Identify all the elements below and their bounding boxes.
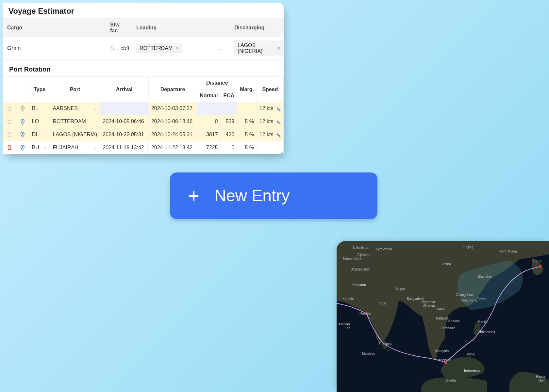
trash-icon bbox=[7, 106, 12, 111]
th-departure: Departure bbox=[148, 77, 197, 102]
port-cell[interactable]: ROTTERDAM bbox=[50, 115, 100, 128]
table-row: DILAGOS (NIGERIA)2024-10-22 05:312024-10… bbox=[3, 128, 284, 141]
map-label: Cambodia bbox=[441, 326, 456, 330]
stw-unit: cbft bbox=[121, 45, 129, 52]
loading-tag-label: ROTTERDAM bbox=[140, 45, 173, 51]
th-speed: Speed bbox=[257, 77, 283, 102]
loading-tag[interactable]: ROTTERDAM ✕ bbox=[136, 43, 182, 53]
route-map[interactable]: UzbekistanKyrgyzstanTajikistanTurkmenist… bbox=[337, 241, 549, 392]
departure-cell[interactable]: 2024-10-03 07:37 bbox=[148, 102, 197, 115]
margin-cell[interactable] bbox=[237, 102, 257, 115]
arrival-cell[interactable] bbox=[100, 102, 148, 115]
th-eca: ECA bbox=[221, 90, 237, 102]
chevron-down-icon[interactable]: ⌄ bbox=[93, 145, 97, 150]
map-label: Shanghai bbox=[478, 275, 491, 278]
margin-cell[interactable]: 5 % bbox=[237, 128, 257, 141]
wrench-icon[interactable] bbox=[275, 106, 281, 111]
departure-cell[interactable]: 2024-10-24 05:31 bbox=[148, 128, 197, 141]
map-label: Pakistan bbox=[352, 283, 366, 287]
chevron-down-icon[interactable]: ⌄ bbox=[43, 145, 47, 150]
map-label: Thailand bbox=[434, 316, 448, 320]
type-cell[interactable]: LO bbox=[29, 115, 50, 128]
locate-row-button[interactable] bbox=[16, 102, 29, 115]
map-label: Beijing bbox=[463, 245, 473, 249]
trash-icon bbox=[7, 119, 12, 124]
map-pin-icon bbox=[20, 144, 25, 150]
stw-fac-cell[interactable]: S... cbft bbox=[106, 42, 132, 55]
chevron-down-icon[interactable]: ⌄ bbox=[93, 106, 97, 111]
map-label: Tajikistan bbox=[357, 253, 370, 257]
margin-cell[interactable]: 5 % bbox=[237, 115, 257, 128]
wrench-icon[interactable] bbox=[275, 132, 281, 137]
loading-cell[interactable]: ROTTERDAM ✕ ⌄ bbox=[132, 40, 230, 57]
map-label: Mumbai bbox=[359, 312, 371, 315]
map-label: Maldives bbox=[362, 352, 375, 355]
map-label: Uzbekistan bbox=[353, 246, 369, 250]
wrench-icon[interactable] bbox=[275, 119, 281, 124]
locate-row-button[interactable] bbox=[16, 128, 29, 141]
close-icon[interactable]: ✕ bbox=[277, 46, 281, 51]
type-cell[interactable]: BL bbox=[29, 102, 50, 115]
map-label: Sri Lanka bbox=[378, 342, 392, 346]
svg-point-2 bbox=[22, 133, 24, 135]
th-normal: Normal bbox=[197, 90, 221, 102]
delete-row-button[interactable] bbox=[3, 141, 16, 154]
table-row: LOROTTERDAM2024-10-05 06:462024-10-06 18… bbox=[3, 115, 284, 128]
cargo-name[interactable]: Grain bbox=[3, 42, 106, 55]
distance-eca-cell: 539 bbox=[221, 115, 237, 128]
map-port-marker[interactable] bbox=[539, 265, 541, 268]
distance-normal-cell: 7225 bbox=[197, 141, 221, 154]
map-label: Nepal bbox=[396, 287, 405, 291]
voyage-estimator-card: Voyage Estimator Cargo Stw fac Loading D… bbox=[3, 3, 284, 154]
locate-row-button[interactable] bbox=[16, 141, 29, 154]
delete-row-button[interactable] bbox=[3, 102, 16, 115]
header-loading: Loading bbox=[132, 22, 230, 34]
cargo-row: Grain S... cbft ROTTERDAM ✕ ⌄ LAGOS (NIG… bbox=[3, 37, 284, 60]
speed-cell[interactable]: 12 kts bbox=[257, 115, 283, 128]
map-pin-icon bbox=[20, 119, 25, 124]
map-label: Guin bbox=[539, 379, 545, 382]
distance-eca-cell: 420 bbox=[221, 128, 237, 141]
arrival-cell[interactable]: 2024-11-19 13:42 bbox=[100, 141, 148, 154]
discharging-tag[interactable]: LAGOS (NIGERIA) ✕ bbox=[234, 41, 284, 56]
speed-cell[interactable]: 12 kts bbox=[257, 128, 283, 141]
type-cell[interactable]: BU⌄ bbox=[29, 141, 50, 154]
locate-row-button[interactable] bbox=[16, 115, 29, 128]
map-pin-icon bbox=[20, 106, 25, 111]
close-icon[interactable]: ✕ bbox=[175, 46, 179, 51]
new-entry-button[interactable]: + New Entry bbox=[170, 172, 377, 219]
port-rotation-title: Port Rotation bbox=[3, 60, 284, 76]
svg-point-3 bbox=[22, 146, 24, 148]
table-row: BLAARSNES⌄2024-10-03 07:3712 kts bbox=[3, 102, 284, 115]
map-label: North Korea bbox=[499, 250, 517, 253]
port-cell[interactable]: AARSNES⌄ bbox=[50, 102, 100, 115]
cargo-header-row: Cargo Stw fac Loading Discharging bbox=[3, 18, 284, 37]
stw-placeholder: S... bbox=[110, 45, 119, 52]
speed-cell[interactable] bbox=[257, 141, 283, 154]
port-cell[interactable]: FUJAIRAH⌄ bbox=[50, 141, 100, 154]
map-label: Myanmar bbox=[422, 300, 435, 304]
th-marg: Marg. bbox=[237, 77, 257, 102]
departure-cell[interactable]: 2024-10-06 18:46 bbox=[148, 115, 197, 128]
arrival-cell[interactable]: 2024-10-05 06:46 bbox=[100, 115, 148, 128]
arrival-cell[interactable]: 2024-10-22 05:31 bbox=[100, 128, 148, 141]
margin-cell[interactable]: 5 % bbox=[237, 141, 257, 154]
type-cell[interactable]: DI bbox=[29, 128, 50, 141]
header-cargo: Cargo bbox=[3, 22, 106, 34]
trash-icon bbox=[7, 132, 12, 137]
delete-row-button[interactable] bbox=[3, 115, 16, 128]
port-cell[interactable]: LAGOS (NIGERIA) bbox=[50, 128, 100, 141]
delete-row-button[interactable] bbox=[3, 128, 16, 141]
departure-cell[interactable]: 2024-11-22 13:42 bbox=[148, 141, 197, 154]
th-port: Port bbox=[50, 77, 100, 102]
port-rotation-table: Type Port Arrival Departure Distance Mar… bbox=[3, 76, 284, 154]
map-label: Guangzhou bbox=[456, 293, 473, 297]
speed-cell[interactable]: 12 kts bbox=[257, 102, 283, 115]
discharging-cell[interactable]: LAGOS (NIGERIA) ✕ bbox=[230, 37, 289, 59]
map-label: Karachi bbox=[342, 297, 354, 301]
header-discharging: Discharging bbox=[230, 22, 289, 34]
chevron-down-icon[interactable]: ⌄ bbox=[218, 46, 225, 51]
map-label: Papua bbox=[536, 375, 545, 378]
th-arrival: Arrival bbox=[100, 77, 148, 102]
distance-normal-cell bbox=[197, 102, 221, 115]
